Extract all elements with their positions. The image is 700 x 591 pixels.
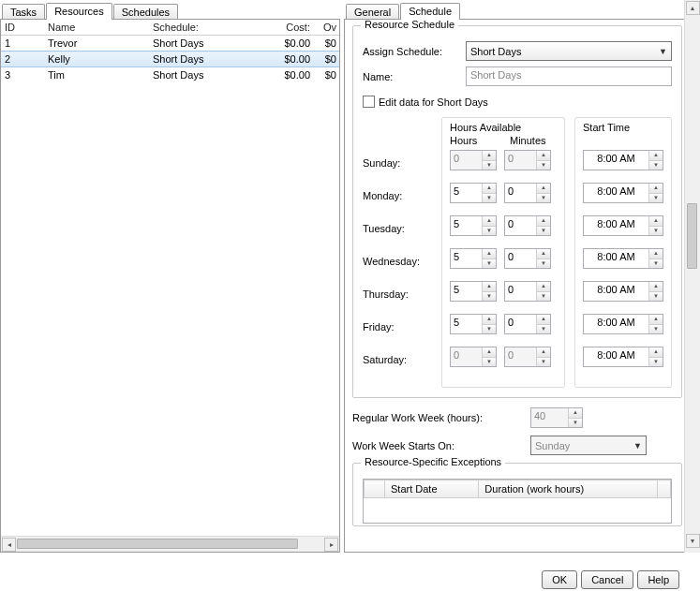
regular-week-spinner[interactable]: 40 ▲▼ (530, 407, 583, 428)
help-button[interactable]: Help (637, 570, 679, 589)
exc-col-duration[interactable]: Duration (work hours) (479, 480, 658, 498)
spinner-up-icon[interactable]: ▲ (649, 347, 663, 358)
spinner-up-icon[interactable]: ▲ (649, 315, 663, 325)
start-monday-spinner[interactable]: 8:00 AM▲▼ (583, 183, 663, 203)
spinner-up-icon[interactable]: ▲ (483, 347, 496, 358)
exc-col-start[interactable]: Start Date (385, 480, 479, 498)
scroll-thumb[interactable] (687, 203, 697, 269)
col-cost[interactable]: Cost: (260, 20, 314, 36)
spinner-down-icon[interactable]: ▼ (483, 259, 496, 269)
spinner-down-icon[interactable]: ▼ (483, 227, 496, 236)
scroll-up-icon[interactable]: ▴ (686, 1, 700, 15)
col-id[interactable]: ID (1, 20, 44, 36)
tab-schedules[interactable]: Schedules (113, 4, 178, 20)
tab-tasks[interactable]: Tasks (2, 4, 45, 20)
spinner-down-icon[interactable]: ▼ (649, 325, 663, 334)
spinner-down-icon[interactable]: ▼ (483, 358, 496, 367)
minutes-tuesday-spinner[interactable]: 0▲▼ (504, 215, 551, 236)
ok-button[interactable]: OK (542, 570, 577, 589)
spinner-up-icon[interactable]: ▲ (483, 282, 496, 292)
minutes-saturday-spinner[interactable]: 0▲▼ (504, 347, 551, 367)
spinner-down-icon[interactable]: ▼ (483, 194, 496, 203)
spinner-up-icon[interactable]: ▲ (483, 184, 496, 194)
hours-thursday-spinner[interactable]: 5▲▼ (450, 281, 497, 302)
spinner-up-icon[interactable]: ▲ (537, 151, 550, 161)
hours-saturday-spinner[interactable]: 0▲▼ (450, 347, 497, 367)
cancel-button[interactable]: Cancel (581, 570, 633, 589)
col-name[interactable]: Name (44, 20, 149, 36)
minutes-monday-spinner[interactable]: 0▲▼ (504, 183, 551, 203)
minutes-thursday-spinner[interactable]: 0▲▼ (504, 281, 551, 302)
start-tuesday-spinner[interactable]: 8:00 AM▲▼ (583, 215, 663, 236)
spinner-down-icon[interactable]: ▼ (649, 161, 663, 170)
spinner-up-icon[interactable]: ▲ (537, 184, 550, 194)
spinner-up-icon[interactable]: ▲ (483, 249, 496, 259)
col-ov[interactable]: Ov (314, 20, 339, 36)
start-thursday-spinner[interactable]: 8:00 AM▲▼ (583, 281, 663, 302)
right-v-scrollbar[interactable]: ▴ ▾ (684, 0, 700, 553)
scroll-right-icon[interactable]: ▸ (324, 538, 338, 552)
spinner-down-icon[interactable]: ▼ (649, 358, 663, 367)
spinner-up-icon[interactable]: ▲ (649, 249, 663, 259)
assign-schedule-select[interactable]: Short Days ▼ (466, 41, 672, 61)
spinner-up-icon[interactable]: ▲ (483, 216, 496, 227)
scroll-down-icon[interactable]: ▾ (686, 534, 700, 548)
spinner-down-icon[interactable]: ▼ (537, 325, 550, 334)
hours-monday-spinner[interactable]: 5▲▼ (450, 183, 497, 203)
tab-general[interactable]: General (346, 4, 399, 20)
spinner-up-icon[interactable]: ▲ (537, 315, 550, 325)
cell-id: 3 (1, 67, 44, 83)
hours-tuesday-spinner[interactable]: 5▲▼ (450, 215, 497, 236)
spinner-down-icon[interactable]: ▼ (483, 292, 496, 302)
spinner-up-icon[interactable]: ▲ (649, 151, 663, 161)
table-row[interactable]: 3TimShort Days$0.00$0 (1, 67, 339, 83)
spinner-down-icon[interactable]: ▼ (537, 227, 550, 236)
hours-wednesday-spinner[interactable]: 5▲▼ (450, 248, 497, 269)
tab-resources[interactable]: Resources (46, 3, 112, 20)
start-saturday-spinner[interactable]: 8:00 AM▲▼ (583, 347, 663, 367)
spinner-up-icon[interactable]: ▲ (483, 151, 496, 161)
spinner-up-icon[interactable]: ▲ (649, 184, 663, 194)
hours-sunday-spinner[interactable]: 0▲▼ (450, 150, 497, 170)
spinner-down-icon[interactable]: ▼ (483, 161, 496, 170)
spinner-up-icon[interactable]: ▲ (537, 282, 550, 292)
spinner-down-icon[interactable]: ▼ (649, 259, 663, 269)
hours-available-title: Hours Available (450, 122, 557, 133)
scroll-left-icon[interactable]: ◂ (2, 538, 16, 552)
spinner-up-icon[interactable]: ▲ (649, 216, 663, 227)
spinner-down-icon[interactable]: ▼ (537, 259, 550, 269)
minutes-sunday-spinner[interactable]: 0▲▼ (504, 150, 551, 170)
start-sunday-spinner[interactable]: 8:00 AM▲▼ (583, 150, 663, 170)
scroll-thumb[interactable] (17, 539, 298, 549)
start-friday-spinner[interactable]: 8:00 AM▲▼ (583, 314, 663, 334)
col-schedule[interactable]: Schedule: (149, 20, 260, 36)
spinner-up-icon[interactable]: ▲ (537, 216, 550, 227)
spinner-down-icon[interactable]: ▼ (537, 161, 550, 170)
spinner-up-icon[interactable]: ▲ (649, 282, 663, 292)
spinner-down-icon[interactable]: ▼ (537, 358, 550, 367)
spinner-up-icon[interactable]: ▲ (537, 347, 550, 358)
left-h-scrollbar[interactable]: ◂ ▸ (1, 536, 339, 552)
spinner-down-icon[interactable]: ▼ (483, 325, 496, 334)
spinner-up-icon[interactable]: ▲ (483, 315, 496, 325)
spinner-down-icon[interactable]: ▼ (537, 292, 550, 302)
start-wednesday-value: 8:00 AM (584, 249, 648, 268)
schedule-name-input[interactable]: Short Days (466, 66, 672, 86)
spinner-down-icon[interactable]: ▼ (649, 194, 663, 203)
week-starts-select[interactable]: Sunday ▼ (530, 436, 647, 455)
spinner-down-icon[interactable]: ▼ (649, 227, 663, 236)
spinner-down-icon[interactable]: ▼ (537, 194, 550, 203)
start-wednesday-spinner[interactable]: 8:00 AM▲▼ (583, 248, 663, 269)
exceptions-table[interactable]: Start Date Duration (work hours) (363, 479, 672, 524)
table-row[interactable]: 2KellyShort Days$0.00$0 (1, 52, 339, 67)
spinner-down-icon[interactable]: ▼ (649, 292, 663, 302)
table-row[interactable]: 1TrevorShort Days$0.00$0 (1, 36, 339, 52)
minutes-friday-spinner[interactable]: 0▲▼ (504, 314, 551, 334)
spinner-down-icon[interactable]: ▼ (569, 419, 582, 428)
spinner-up-icon[interactable]: ▲ (537, 249, 550, 259)
tab-schedule[interactable]: Schedule (400, 3, 460, 20)
minutes-wednesday-spinner[interactable]: 0▲▼ (504, 248, 551, 269)
spinner-up-icon[interactable]: ▲ (569, 408, 582, 419)
hours-friday-spinner[interactable]: 5▲▼ (450, 314, 497, 334)
edit-data-checkbox[interactable]: Edit data for Short Days (363, 96, 488, 108)
